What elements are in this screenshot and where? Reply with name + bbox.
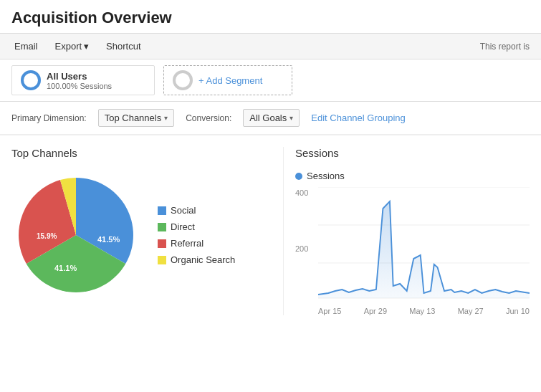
sessions-svg: [318, 187, 530, 302]
legend-dot-social: [158, 206, 166, 215]
primary-dimension-select[interactable]: Top Channels ▾: [98, 109, 175, 127]
legend-dot-referral: [158, 239, 166, 248]
shortcut-button[interactable]: Shortcut: [103, 39, 143, 53]
legend-item-organic: Organic Search: [158, 254, 235, 265]
segment-indicator: [21, 70, 41, 90]
svg-marker-7: [318, 201, 530, 298]
add-segment-button[interactable]: + Add Segment: [163, 65, 292, 95]
email-button[interactable]: Email: [11, 39, 41, 53]
sessions-dot: [295, 173, 302, 180]
pie-chart: 41.5% 41.1% 15.9%: [11, 171, 140, 300]
legend-dot-organic: [158, 256, 166, 264]
legend-label-social: Social: [171, 205, 196, 216]
chevron-down-icon: ▾: [84, 41, 89, 52]
conversion-select[interactable]: All Goals ▾: [243, 109, 300, 127]
primary-dimension-arrow: ▾: [164, 114, 168, 122]
legend-label-organic: Organic Search: [171, 254, 235, 265]
sessions-legend: Sessions: [295, 171, 530, 181]
export-button[interactable]: Export ▾: [52, 39, 92, 53]
dimension-bar: Primary Dimension: Top Channels ▾ Conver…: [0, 102, 541, 135]
y-label-400: 400: [295, 188, 308, 197]
x-label-apr29: Apr 29: [364, 307, 387, 315]
x-label-apr15: Apr 15: [318, 307, 341, 315]
sessions-chart-area: 400 200: [295, 187, 530, 315]
sessions-legend-label: Sessions: [307, 171, 345, 181]
conversion-label: Conversion:: [186, 113, 231, 123]
toolbar: Email Export ▾ Shortcut This report is: [0, 33, 541, 59]
add-segment-label: + Add Segment: [198, 75, 262, 86]
pie-legend: Social Direct Referral Organic Search: [158, 205, 235, 265]
svg-text:15.9%: 15.9%: [37, 232, 57, 240]
segment-sub: 100.00% Sessions: [47, 82, 112, 90]
x-label-may27: May 27: [458, 307, 484, 315]
top-channels-chart: Top Channels: [11, 147, 284, 315]
x-axis-labels: Apr 15 Apr 29 May 13 May 27 Jun 10: [318, 304, 530, 315]
legend-label-referral: Referral: [171, 238, 204, 249]
sessions-title: Sessions: [295, 147, 530, 159]
segment-name: All Users: [47, 71, 112, 82]
legend-item-social: Social: [158, 205, 235, 216]
report-status: This report is: [480, 42, 530, 52]
charts-container: Top Channels: [0, 135, 541, 327]
legend-dot-direct: [158, 223, 166, 231]
pie-section: 41.5% 41.1% 15.9% Social Direct Re: [11, 171, 272, 300]
page-title: Acquisition Overview: [0, 0, 541, 33]
legend-item-direct: Direct: [158, 221, 235, 232]
x-label-jun10: Jun 10: [506, 307, 530, 315]
legend-label-direct: Direct: [171, 221, 195, 232]
primary-dimension-label: Primary Dimension:: [11, 113, 87, 123]
y-label-200: 200: [295, 244, 308, 253]
add-segment-icon: [173, 70, 193, 90]
conversion-arrow: ▾: [289, 114, 293, 122]
legend-item-referral: Referral: [158, 238, 235, 249]
top-channels-title: Top Channels: [11, 147, 272, 159]
all-users-segment[interactable]: All Users 100.00% Sessions: [11, 65, 155, 95]
x-label-may13: May 13: [409, 307, 435, 315]
svg-text:41.1%: 41.1%: [54, 264, 77, 272]
svg-text:41.5%: 41.5%: [97, 235, 120, 244]
segment-bar: All Users 100.00% Sessions + Add Segment: [0, 59, 541, 102]
sessions-chart: Sessions Sessions 400 200: [284, 147, 530, 315]
edit-channel-grouping-link[interactable]: Edit Channel Grouping: [311, 113, 406, 123]
